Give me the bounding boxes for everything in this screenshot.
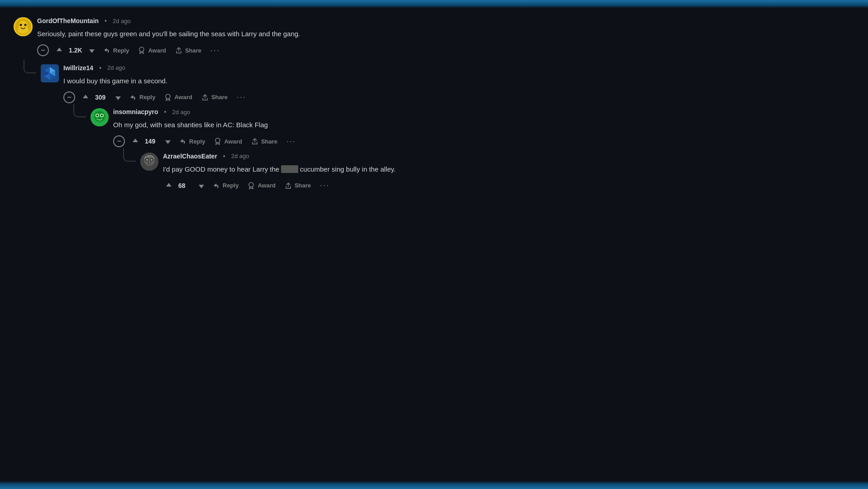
upvote-iwill[interactable] xyxy=(80,91,91,103)
svg-point-21 xyxy=(101,115,103,116)
avatar-insomnia xyxy=(91,108,109,126)
comment-1-row: Iwillrize14 • 2d ago I would buy this ga… xyxy=(41,64,620,195)
azrael-avatar-svg xyxy=(140,153,158,171)
action-bar-iwill: − 309 Reply xyxy=(63,91,620,104)
share-btn-insomnia[interactable]: Share xyxy=(248,135,281,147)
comment-0: GordOfTheMountain • 2d ago Seriously, pa… xyxy=(14,17,620,195)
reply-icon-iwill xyxy=(129,94,137,101)
timestamp-iwill: 2d ago xyxy=(107,64,125,71)
timestamp-azrael: 2d ago xyxy=(231,153,249,159)
upvote-icon-gord xyxy=(55,46,63,54)
upvote-icon-azrael xyxy=(165,182,173,190)
upvote-insomnia[interactable] xyxy=(129,135,141,147)
username-insomnia[interactable]: insomniacpyro xyxy=(113,108,158,115)
comment-1-container: Iwillrize14 • 2d ago I would buy this ga… xyxy=(41,64,620,195)
downvote-insomnia[interactable] xyxy=(162,135,174,147)
vote-count-iwill: 309 xyxy=(95,94,109,101)
downvote-icon-gord xyxy=(88,46,96,54)
share-icon-iwill xyxy=(201,94,209,101)
upvote-icon-insomnia xyxy=(131,137,139,145)
comment-1-right: Iwillrize14 • 2d ago I would buy this ga… xyxy=(63,64,620,195)
avatar-azrael xyxy=(140,153,158,171)
award-btn-gord[interactable]: Award xyxy=(134,44,170,56)
comment-2-meta: insomniacpyro • 2d ago xyxy=(113,108,620,115)
bottom-bar xyxy=(0,481,868,489)
upvote-gord[interactable] xyxy=(53,44,65,56)
svg-rect-31 xyxy=(149,163,150,164)
award-btn-iwill[interactable]: Award xyxy=(161,91,196,103)
comment-2-row: insomniacpyro • 2d ago Oh my god, with s… xyxy=(91,108,620,195)
timestamp-gord: 2d ago xyxy=(113,18,131,24)
comment-3-meta: AzraelChaosEater • 2d ago xyxy=(163,153,620,160)
downvote-icon-insomnia xyxy=(164,137,172,145)
share-icon-azrael xyxy=(285,182,292,189)
more-btn-insomnia[interactable]: ··· xyxy=(283,135,300,148)
username-iwill[interactable]: Iwillrize14 xyxy=(63,64,93,72)
reply-btn-iwill[interactable]: Reply xyxy=(126,91,159,103)
avatar-iwill xyxy=(41,64,59,82)
share-btn-azrael[interactable]: Share xyxy=(281,180,315,192)
collapse-btn-iwill[interactable]: − xyxy=(63,91,75,103)
reply-btn-azrael[interactable]: Reply xyxy=(209,180,242,192)
comment-3-right: AzraelChaosEater • 2d ago I'd pay GOOD m… xyxy=(163,153,620,195)
collapse-btn-insomnia[interactable]: − xyxy=(113,135,125,147)
award-icon-azrael xyxy=(248,182,255,189)
thread-curve-2 xyxy=(73,104,86,117)
share-btn-gord[interactable]: Share xyxy=(172,44,205,56)
top-bar xyxy=(0,0,868,8)
action-bar-insomnia: − 149 xyxy=(113,135,620,148)
svg-point-33 xyxy=(249,182,253,187)
reply-btn-insomnia[interactable]: Reply xyxy=(176,135,209,147)
downvote-icon-iwill xyxy=(114,93,122,101)
award-icon-iwill xyxy=(164,94,172,101)
share-icon-insomnia xyxy=(251,138,258,145)
upvote-azrael[interactable] xyxy=(163,180,175,192)
svg-rect-30 xyxy=(147,163,148,164)
reply-btn-gord[interactable]: Reply xyxy=(100,44,133,56)
share-icon-gord xyxy=(175,47,182,54)
award-btn-azrael[interactable]: Award xyxy=(244,180,279,192)
vote-count-insomnia: 149 xyxy=(145,138,158,145)
downvote-iwill[interactable] xyxy=(112,91,124,103)
vote-count-gord: 1.2K xyxy=(69,47,82,54)
comment-0-meta: GordOfTheMountain • 2d ago xyxy=(37,17,620,24)
redacted-word xyxy=(281,165,298,173)
timestamp-insomnia: 2d ago xyxy=(172,109,191,115)
comment-3-container: AzraelChaosEater • 2d ago I'd pay GOOD m… xyxy=(140,153,620,195)
svg-rect-32 xyxy=(151,163,152,164)
more-btn-iwill[interactable]: ··· xyxy=(233,91,250,104)
iwill-avatar-svg xyxy=(41,64,59,82)
svg-point-20 xyxy=(96,115,98,116)
comment-0-header: GordOfTheMountain • 2d ago Seriously, pa… xyxy=(14,17,620,60)
svg-point-5 xyxy=(24,24,27,26)
comment-1-meta: Iwillrize14 • 2d ago xyxy=(63,64,620,72)
share-btn-iwill[interactable]: Share xyxy=(198,91,231,103)
more-btn-azrael[interactable]: ··· xyxy=(316,179,333,192)
action-bar-gord: − 1.2K Reply xyxy=(37,44,620,57)
more-btn-gord[interactable]: ··· xyxy=(207,44,224,57)
award-icon-gord xyxy=(138,47,145,54)
body-part-2: cucumber sing bully in the alley. xyxy=(298,165,396,173)
comment-body-iwill: I would buy this game in a second. xyxy=(63,76,620,86)
award-btn-insomnia[interactable]: Award xyxy=(210,135,246,147)
svg-point-6 xyxy=(139,47,144,52)
downvote-gord[interactable] xyxy=(86,44,98,56)
comment-2-container: insomniacpyro • 2d ago Oh my god, with s… xyxy=(91,108,620,195)
dot-sep-0: • xyxy=(105,17,107,24)
comment-body-azrael: I'd pay GOOD money to hear Larry the cuc… xyxy=(163,164,620,175)
downvote-icon-azrael xyxy=(197,182,205,190)
svg-point-3 xyxy=(18,26,29,34)
username-gord[interactable]: GordOfTheMountain xyxy=(37,17,99,24)
downvote-azrael[interactable] xyxy=(196,180,207,192)
thread-curve-1 xyxy=(24,60,36,73)
insomnia-avatar-svg xyxy=(91,108,109,126)
comment-3-row: AzraelChaosEater • 2d ago I'd pay GOOD m… xyxy=(140,153,620,195)
comments-container: GordOfTheMountain • 2d ago Seriously, pa… xyxy=(0,8,634,217)
svg-point-4 xyxy=(20,24,22,26)
reply-icon-gord xyxy=(103,47,110,54)
collapse-btn-gord[interactable]: − xyxy=(37,44,49,56)
comment-0-right: GordOfTheMountain • 2d ago Seriously, pa… xyxy=(37,17,620,60)
action-bar-azrael: 68 Reply xyxy=(163,179,620,192)
username-azrael[interactable]: AzraelChaosEater xyxy=(163,153,217,160)
reply-icon-insomnia xyxy=(179,138,186,145)
